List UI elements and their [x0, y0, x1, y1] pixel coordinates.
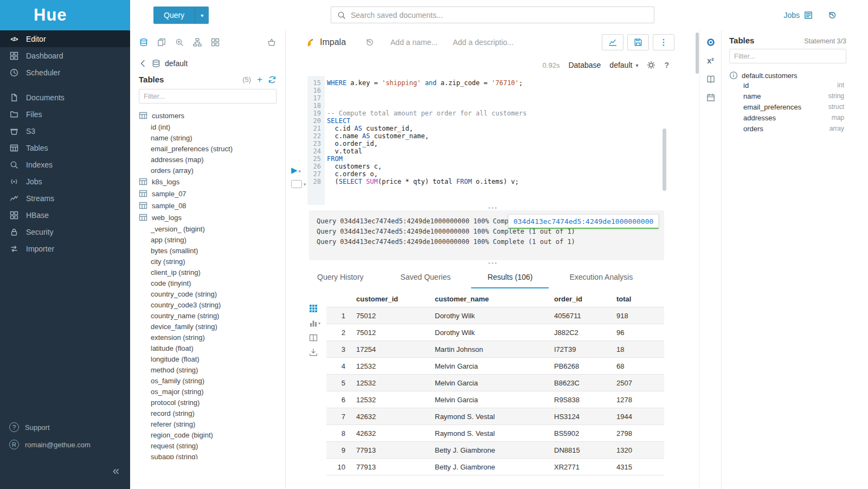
history-icon[interactable] — [828, 11, 837, 20]
language-reference-icon[interactable] — [706, 75, 715, 83]
column-item[interactable]: method (string) — [139, 364, 285, 375]
table-row[interactable]: 175012Dorothy Wilk4056711918 — [326, 307, 664, 324]
db-icon[interactable] — [139, 38, 148, 47]
snippet-settings-button[interactable] — [291, 180, 302, 188]
engine-name[interactable]: Impala — [320, 37, 346, 47]
grid-view-icon[interactable] — [309, 304, 318, 313]
active-table[interactable]: default.customers — [729, 71, 860, 80]
add-icon[interactable]: + — [257, 75, 262, 84]
right-filter-input[interactable] — [729, 49, 846, 63]
table-filter-input[interactable] — [139, 89, 277, 104]
sidebar-item-s3[interactable]: S3 — [0, 123, 130, 139]
column-item[interactable]: country_name (string) — [139, 310, 285, 321]
column-item-addresses[interactable]: addressesmap — [729, 112, 860, 123]
column-item[interactable]: os_major (string) — [139, 386, 285, 397]
more-options-button[interactable]: ⋮ — [653, 34, 674, 50]
sidebar-item-dashboard[interactable]: Dashboard — [0, 47, 130, 64]
column-item[interactable]: latitude (float) — [139, 343, 285, 353]
sidebar-item-files[interactable]: Files — [0, 106, 130, 123]
tab-saved-queries[interactable]: Saved Queries — [384, 273, 467, 288]
column-item[interactable]: subapp (string) — [139, 451, 285, 459]
column-item[interactable]: name (string) — [139, 132, 285, 143]
hue-logo[interactable]: Hue — [0, 0, 130, 30]
chart-button[interactable] — [602, 34, 623, 50]
jobs-link[interactable]: Jobs — [783, 11, 813, 20]
sidebar-item-streams[interactable]: Streams — [0, 190, 130, 207]
grid-icon[interactable] — [211, 38, 220, 47]
table-item-k8s-logs[interactable]: k8s_logs — [139, 176, 285, 188]
user-menu[interactable]: R romain@gethue.com — [0, 436, 130, 453]
table-item-sample-08[interactable]: sample_08 — [139, 200, 285, 211]
download-icon[interactable] — [309, 348, 318, 357]
column-item[interactable]: os_family (string) — [139, 375, 285, 386]
table-item-sample-07[interactable]: sample_07 — [139, 188, 285, 200]
sidebar-item-editor[interactable]: </>Editor — [0, 30, 130, 47]
resize-handle[interactable] — [286, 205, 699, 210]
resize-handle[interactable] — [286, 260, 699, 266]
table-row[interactable]: 317254Martin JohnsonI72T3918 — [326, 341, 664, 358]
zoom-icon[interactable] — [175, 38, 184, 47]
tab-results-106[interactable]: Results (106) — [471, 273, 549, 288]
sidebar-collapse-button[interactable]: « — [113, 465, 119, 477]
breadcrumb[interactable]: default — [130, 54, 285, 69]
sidebar-item-scheduler[interactable]: Scheduler — [0, 64, 130, 81]
query-button[interactable]: Query — [153, 7, 195, 24]
query-name-input[interactable]: Add a name... — [390, 38, 438, 47]
column-item-id[interactable]: idint — [729, 80, 860, 91]
copy-icon[interactable] — [157, 38, 166, 47]
refresh-icon[interactable] — [268, 75, 277, 84]
column-item[interactable]: referer (string) — [139, 419, 285, 429]
column-item[interactable]: protocol (string) — [139, 397, 285, 408]
column-item[interactable]: country_code (string) — [139, 288, 285, 299]
settings-gear-icon[interactable] — [647, 61, 655, 69]
table-item-web-logs[interactable]: web_logs — [139, 211, 285, 223]
column-item[interactable]: client_ip (string) — [139, 267, 285, 278]
editor-scrollbar[interactable] — [663, 128, 666, 191]
execute-button[interactable]: ▶ — [291, 165, 298, 175]
columns-icon[interactable] — [309, 333, 318, 342]
table-row[interactable]: 412532Melvin GarciaPB626868 — [326, 358, 664, 375]
column-item-orders[interactable]: ordersarray — [729, 123, 860, 134]
tree-icon[interactable] — [193, 38, 202, 47]
table-item-customers[interactable]: customers — [139, 110, 285, 121]
column-item[interactable]: record (string) — [139, 408, 285, 419]
basket-icon[interactable] — [267, 38, 276, 47]
column-item[interactable]: region_code (bigint) — [139, 429, 285, 440]
column-item[interactable]: device_family (string) — [139, 321, 285, 332]
chart-view-icon[interactable]: ▾ — [309, 319, 320, 327]
back-chevron-icon[interactable] — [139, 59, 147, 68]
table-row[interactable]: 742632Raymond S. VestalHS31241944 — [326, 408, 664, 425]
column-item[interactable]: app (string) — [139, 234, 285, 245]
column-item[interactable]: addresses (map) — [139, 154, 285, 165]
database-select[interactable]: default ▾ — [609, 61, 638, 69]
column-item[interactable]: code (tinyint) — [139, 278, 285, 288]
sidebar-item-hbase[interactable]: HBase — [0, 207, 130, 223]
table-row[interactable]: 1077913Betty J. GiambroneXR27714315 — [326, 459, 664, 475]
column-item[interactable]: city (string) — [139, 256, 285, 267]
query-description-input[interactable]: Add a descriptio... — [453, 38, 513, 47]
sidebar-item-jobs[interactable]: Jobs — [0, 173, 130, 190]
query-dropdown-button[interactable]: ▾ — [195, 7, 209, 24]
sidebar-item-documents[interactable]: Documents — [0, 89, 130, 106]
sidebar-item-security[interactable]: Security — [0, 223, 130, 240]
column-item[interactable]: request (string) — [139, 440, 285, 451]
table-row[interactable]: 512532Melvin GarciaB8623C2507 — [326, 375, 664, 391]
column-item-name[interactable]: namestring — [729, 91, 860, 101]
execute-dropdown-icon[interactable]: ▾ — [299, 169, 301, 174]
column-item[interactable]: extension (string) — [139, 332, 285, 343]
functions-icon[interactable]: x² — [707, 56, 713, 65]
search-input[interactable] — [351, 11, 648, 20]
column-item[interactable]: country_code3 (string) — [139, 299, 285, 310]
main-scrollbar[interactable] — [696, 33, 699, 74]
column-item[interactable]: email_preferences (struct) — [139, 143, 285, 154]
save-button[interactable] — [627, 34, 649, 50]
assistant-icon[interactable] — [706, 38, 715, 47]
query-history-icon[interactable] — [365, 38, 374, 47]
column-item[interactable]: id (int) — [139, 121, 285, 132]
table-row[interactable]: 612532Melvin GarciaR9S8381278 — [326, 391, 664, 408]
editor-help-icon[interactable]: ? — [664, 61, 669, 69]
table-row[interactable]: 842632Raymond S. VestalBS59022798 — [326, 425, 664, 442]
table-row[interactable]: 275012Dorothy WilkJ882C296 — [326, 324, 664, 341]
column-item-email-preferences[interactable]: email_preferencesstruct — [729, 101, 860, 112]
sidebar-item-tables[interactable]: Tables — [0, 139, 130, 156]
